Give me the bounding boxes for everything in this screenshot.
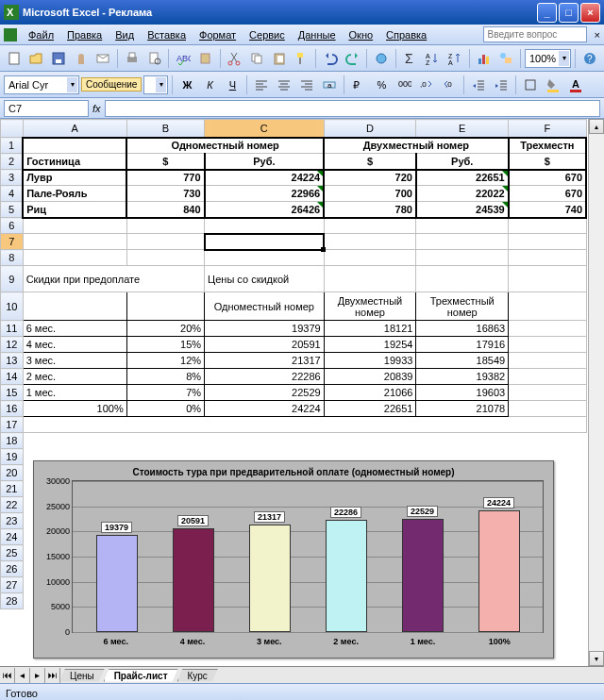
maximize-button[interactable]: □ <box>559 3 579 23</box>
italic-icon[interactable]: К <box>199 75 220 95</box>
dec-decimal-icon[interactable]: ,0 <box>439 75 460 95</box>
menu-edit[interactable]: Правка <box>61 27 108 42</box>
svg-rect-5 <box>56 59 61 63</box>
col-C[interactable]: C <box>205 120 325 138</box>
workbook-icon[interactable] <box>4 28 17 42</box>
percent-icon[interactable]: % <box>371 75 392 95</box>
inc-decimal-icon[interactable]: ,0 <box>416 75 437 95</box>
chart-x-labels: 6 мес.4 мес.3 мес.2 мес.1 мес.100% <box>72 637 544 646</box>
bold-icon[interactable]: Ж <box>176 75 197 95</box>
menu-file[interactable]: Файл <box>23 27 59 42</box>
save-icon[interactable] <box>48 48 69 69</box>
name-box[interactable]: C7 <box>4 100 89 117</box>
align-right-icon[interactable] <box>296 75 317 95</box>
minimize-button[interactable]: _ <box>537 3 557 23</box>
active-cell <box>205 234 325 250</box>
zoom-combo[interactable]: 100%▾ <box>525 49 571 68</box>
sort-desc-icon[interactable]: ZA <box>445 48 465 69</box>
spelling-icon[interactable]: ABC <box>173 48 193 69</box>
drawing-icon[interactable] <box>495 48 516 69</box>
redo-icon[interactable] <box>343 48 363 69</box>
tab-prices[interactable]: Цены <box>59 669 105 682</box>
dec-indent-icon[interactable] <box>468 75 489 95</box>
align-center-icon[interactable] <box>274 75 294 95</box>
size-combo[interactable]: ▾ <box>143 75 168 94</box>
tab-first-icon[interactable]: ⏮ <box>0 668 15 683</box>
close-workbook-button[interactable]: × <box>595 29 600 41</box>
fx-label[interactable]: fx <box>92 103 101 114</box>
vertical-scrollbar[interactable]: ▴ ▾ <box>588 119 604 666</box>
chart-plot-area: 0500010000150002000025000300001937920591… <box>72 480 544 633</box>
menu-window[interactable]: Окно <box>344 27 379 42</box>
svg-text:₽: ₽ <box>353 79 360 91</box>
svg-rect-22 <box>299 58 301 64</box>
formula-input[interactable] <box>105 100 600 117</box>
print-icon[interactable] <box>122 48 143 69</box>
scroll-down-icon[interactable]: ▾ <box>589 651 604 666</box>
new-icon[interactable] <box>4 48 25 69</box>
tab-pricelist[interactable]: Прайс-лист <box>104 669 178 682</box>
cut-icon[interactable] <box>225 48 245 69</box>
currency-icon[interactable]: ₽ <box>348 75 369 95</box>
menu-help[interactable]: Справка <box>380 27 432 42</box>
svg-text:000: 000 <box>398 79 411 89</box>
merge-icon[interactable]: a <box>319 75 340 95</box>
menu-data[interactable]: Данные <box>293 27 342 42</box>
help-search[interactable] <box>483 26 587 42</box>
col-E[interactable]: E <box>416 120 509 138</box>
close-button[interactable]: × <box>580 3 600 23</box>
font-combo[interactable]: Arial Cyr▾ <box>4 75 79 94</box>
svg-text:A: A <box>572 78 579 90</box>
help-icon[interactable]: ? <box>579 48 600 69</box>
tab-next-icon[interactable]: ▸ <box>30 668 45 683</box>
mail-icon[interactable] <box>93 48 114 69</box>
svg-rect-7 <box>78 58 84 64</box>
undo-icon[interactable] <box>320 48 341 69</box>
scroll-up-icon[interactable]: ▴ <box>589 119 604 134</box>
tab-last-icon[interactable]: ⏭ <box>45 668 60 683</box>
svg-text:a: a <box>327 81 332 90</box>
titlebar: X Microsoft Excel - Реклама _ □ × <box>0 0 604 25</box>
svg-rect-11 <box>150 53 158 63</box>
svg-rect-42 <box>526 80 535 90</box>
svg-text:,0: ,0 <box>420 80 427 89</box>
copy-icon[interactable] <box>246 48 267 69</box>
svg-rect-18 <box>255 56 261 63</box>
hyperlink-icon[interactable] <box>371 48 392 69</box>
svg-rect-30 <box>482 55 485 64</box>
comma-icon[interactable]: 000 <box>394 75 414 95</box>
message-tag[interactable]: Сообщение <box>81 77 142 92</box>
embedded-chart[interactable]: Стоимость тура при предварительной оплат… <box>33 460 554 658</box>
tab-prev-icon[interactable]: ◂ <box>15 668 30 683</box>
sheet-tab-bar: ⏮ ◂ ▸ ⏭ Цены Прайс-лист Курс <box>0 666 604 683</box>
chart-wizard-icon[interactable] <box>474 48 495 69</box>
research-icon[interactable] <box>195 48 216 69</box>
permission-icon[interactable] <box>71 48 92 69</box>
svg-rect-29 <box>478 58 481 64</box>
menu-insert[interactable]: Вставка <box>142 27 192 42</box>
select-all[interactable] <box>1 120 24 138</box>
col-D[interactable]: D <box>324 120 416 138</box>
open-icon[interactable] <box>26 48 47 69</box>
toolbar-formatting: Arial Cyr▾ Сообщение ▾ Ж К Ч a ₽ % 000 ,… <box>0 72 604 98</box>
menu-view[interactable]: Вид <box>109 27 140 42</box>
align-left-icon[interactable] <box>251 75 272 95</box>
col-F[interactable]: F <box>509 120 586 138</box>
font-color-icon[interactable]: A <box>565 75 586 95</box>
autosum-icon[interactable]: Σ <box>400 48 421 69</box>
sort-asc-icon[interactable]: AZ <box>423 48 444 69</box>
tab-rate[interactable]: Курс <box>177 669 218 682</box>
col-A[interactable]: A <box>23 120 126 138</box>
menu-tools[interactable]: Сервис <box>243 27 291 42</box>
inc-indent-icon[interactable] <box>491 75 512 95</box>
col-B[interactable]: B <box>126 120 204 138</box>
paste-icon[interactable] <box>269 48 290 69</box>
svg-text:A: A <box>448 59 453 66</box>
format-painter-icon[interactable] <box>291 48 311 69</box>
fill-color-icon[interactable] <box>543 75 563 95</box>
preview-icon[interactable] <box>144 48 165 69</box>
underline-icon[interactable]: Ч <box>222 75 243 95</box>
borders-icon[interactable] <box>520 75 541 95</box>
worksheet-area[interactable]: A B C D E F 1Одноместный номерДвухместны… <box>0 119 604 666</box>
menu-format[interactable]: Формат <box>193 27 242 42</box>
